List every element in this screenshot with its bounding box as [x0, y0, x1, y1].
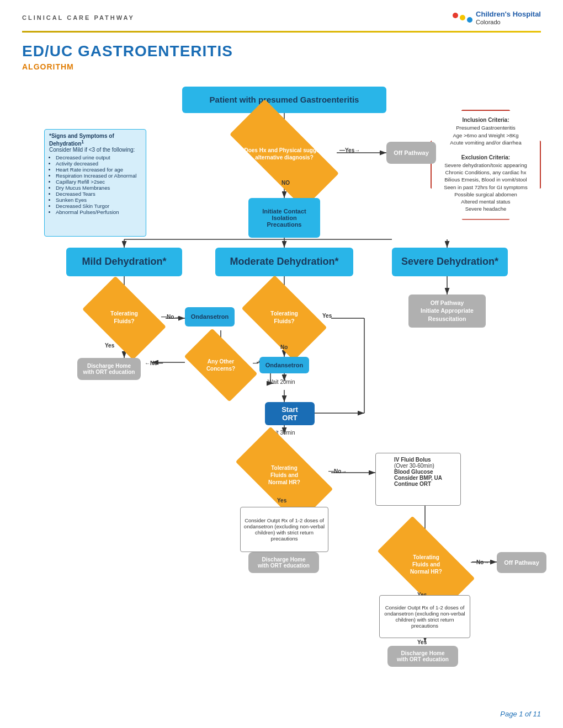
- tolerating4-diamond: ToleratingFluids andNormal HR?: [382, 540, 470, 590]
- off-pathway2-box: Off PathwayInitiate AppropriateResuscita…: [408, 295, 486, 328]
- signs-symptoms-text: *Signs and Symptoms of Dehydration1 Cons…: [49, 133, 141, 215]
- logo-area: Children's Hospital Colorado: [453, 10, 541, 25]
- dot-blue-icon: [467, 17, 472, 23]
- page-footer: Page 1 of 11: [500, 710, 541, 718]
- discharge2-label: Discharge Homewith ORT education: [258, 556, 310, 569]
- off-pathway3-box: Off Pathway: [497, 552, 546, 573]
- discharge2-box: Discharge Homewith ORT education: [248, 552, 319, 573]
- off-pathway2-label: Off PathwayInitiate AppropriateResuscita…: [421, 299, 474, 323]
- dot-yellow-icon: [460, 15, 465, 20]
- discharge1-box: Discharge Homewith ORT education: [77, 358, 141, 380]
- logo-text-line2: Colorado: [476, 19, 541, 25]
- signs-title: *Signs and Symptoms of Dehydration1: [49, 133, 114, 147]
- tolerating2-diamond: ToleratingFluids?: [247, 295, 321, 341]
- consider1-label: Consider Outpt Rx of 1-2 doses of ondans…: [243, 517, 325, 542]
- off-pathway3-label: Off Pathway: [504, 559, 539, 566]
- any-other-label: Any OtherConcerns?: [189, 345, 253, 385]
- severe-label: Severe Dehydration*: [401, 256, 498, 267]
- yes-label-d3: Yes: [417, 639, 427, 645]
- off-pathway1-box: Off Pathway: [386, 142, 436, 164]
- consider1-box: Consider Outpt Rx of 1-2 doses of ondans…: [240, 507, 328, 552]
- mild-box: Mild Dehydration*: [66, 248, 182, 276]
- signs-symptoms-box: *Signs and Symptoms of Dehydration1 Cons…: [44, 129, 146, 237]
- no-label-1: NO: [282, 180, 290, 186]
- page-title: ED/UC GASTROENTERITIS: [0, 33, 563, 61]
- ondansetron1-box: Ondansetron: [185, 307, 235, 326]
- tolerating3-diamond: ToleratingFluids andNormal HR?: [240, 451, 328, 500]
- ondansetron2-box: Ondansetron: [259, 357, 309, 373]
- logo-text-line1: Children's Hospital: [476, 10, 541, 19]
- mild-label: Mild Dehydration*: [82, 256, 166, 267]
- logo-dots: [453, 13, 472, 23]
- discharge3-label: Discharge Homewith ORT education: [397, 650, 449, 662]
- no-label-t1: —No→: [161, 314, 179, 320]
- ondansetron1-label: Ondansetron: [191, 313, 229, 320]
- exclusion-list: Severe dehydration/toxic appearingChroni…: [444, 162, 528, 212]
- iv-fluid-box: IV Fluid Bolus(Over 30-60min)Blood Gluco…: [375, 453, 461, 506]
- initiate-box: Initiate ContactIsolationPrecautions: [248, 198, 320, 238]
- no-label-ao: ←No—: [145, 360, 163, 366]
- consider2-box: Consider Outpt Rx of 1-2 doses of ondans…: [379, 595, 470, 638]
- no-label-t2: No: [280, 344, 288, 350]
- any-other-diamond: Any OtherConcerns?: [189, 345, 253, 385]
- flowchart: Patient with presumed Gastroenteritis In…: [44, 77, 563, 722]
- severe-box: Severe Dehydration*: [392, 248, 508, 276]
- off-pathway1-label: Off Pathway: [394, 149, 429, 156]
- exclusion-title: Exclusion Criteria:: [461, 154, 510, 160]
- ondansetron2-label: Ondansetron: [265, 362, 303, 368]
- start-box-label: Patient with presumed Gastroenteritis: [210, 95, 359, 104]
- initiate-label: Initiate ContactIsolationPrecautions: [262, 208, 306, 228]
- discharge3-box: Discharge Homewith ORT education: [387, 646, 458, 667]
- inclusion-list: Presumed GastroenteritisAge >6mo and Wei…: [450, 125, 521, 146]
- start-ort-label: StartORT: [282, 405, 298, 422]
- yes-label-1: —Yes→: [339, 147, 360, 153]
- decision1-label: Does Hx and Physical suggest alternative…: [232, 129, 337, 179]
- yes-label-t2: Yes: [322, 313, 332, 319]
- consider2-label: Consider Outpt Rx of 1-2 doses of ondans…: [383, 604, 467, 629]
- moderate-box: Moderate Dehydration*: [215, 248, 353, 276]
- start-ort-box: StartORT: [265, 402, 315, 425]
- tolerating1-diamond: ToleratingFluids?: [88, 295, 160, 341]
- iv-fluid-label: IV Fluid Bolus(Over 30-60min)Blood Gluco…: [394, 457, 442, 487]
- page-subtitle: ALGORITHM: [0, 61, 563, 77]
- dot-red-icon: [453, 13, 458, 18]
- no-label-t4: —No→: [471, 559, 489, 565]
- tolerating4-label: ToleratingFluids andNormal HR?: [382, 540, 470, 590]
- criteria-octagon: Inclusion Criteria: Presumed Gastroenter…: [431, 110, 541, 220]
- yes-label-t1: Yes: [105, 342, 114, 349]
- tolerating3-label: ToleratingFluids andNormal HR?: [240, 451, 328, 500]
- moderate-label: Moderate Dehydration*: [230, 256, 338, 267]
- page-header: CLINICAL CARE PATHWAY Children's Hospita…: [0, 0, 563, 25]
- no-label-t3: —No→: [328, 468, 347, 474]
- discharge1-label: Discharge Homewith ORT education: [83, 363, 135, 375]
- signs-consider: Consider Mild if <3 of the following:: [49, 147, 135, 153]
- wait20-label: Wait 20min: [268, 379, 295, 385]
- inclusion-title: Inclusion Criteria:: [462, 117, 509, 123]
- tolerating2-label: ToleratingFluids?: [247, 295, 321, 341]
- tolerating1-label: ToleratingFluids?: [88, 295, 160, 341]
- criteria-text: Inclusion Criteria: Presumed Gastroenter…: [444, 116, 528, 212]
- page-number: Page 1 of 11: [500, 710, 541, 718]
- header-title: CLINICAL CARE PATHWAY: [22, 14, 135, 21]
- decision1-diamond: Does Hx and Physical suggest alternative…: [232, 129, 337, 179]
- start-box: Patient with presumed Gastroenteritis: [182, 87, 386, 113]
